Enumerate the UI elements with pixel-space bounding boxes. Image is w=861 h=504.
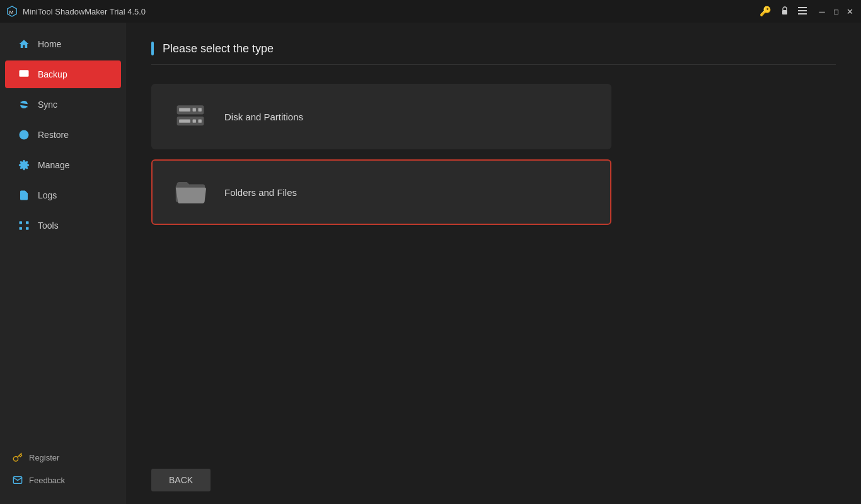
sync-icon <box>18 98 30 111</box>
svg-rect-22 <box>199 119 202 122</box>
sidebar-item-tools[interactable]: Tools <box>5 212 121 239</box>
svg-rect-4 <box>798 10 807 11</box>
sidebar-bottom: Register Feedback <box>0 446 126 504</box>
back-button[interactable]: BACK <box>151 469 211 491</box>
feedback-label: Feedback <box>29 476 65 485</box>
menu-icon[interactable] <box>795 4 809 19</box>
svg-rect-21 <box>193 119 196 122</box>
section-accent-bar <box>151 42 154 55</box>
sidebar-item-manage[interactable]: Manage <box>5 151 121 179</box>
titlebar-controls: 🔑 ─ ◻ ✕ <box>757 3 855 20</box>
card-disk-partitions[interactable]: Disk and Partitions <box>151 84 611 149</box>
sidebar-item-register[interactable]: Register <box>0 446 126 469</box>
feedback-envelope-icon <box>13 475 23 485</box>
svg-rect-6 <box>20 70 29 77</box>
close-button[interactable]: ✕ <box>845 6 855 16</box>
svg-rect-18 <box>199 108 202 112</box>
svg-rect-2 <box>782 10 787 14</box>
svg-rect-16 <box>179 108 190 112</box>
disk-partitions-icon <box>171 98 209 135</box>
sidebar-label-home: Home <box>38 39 61 49</box>
sidebar-item-feedback[interactable]: Feedback <box>0 469 126 491</box>
restore-icon <box>18 129 30 141</box>
svg-rect-14 <box>26 227 29 230</box>
minimize-button[interactable]: ─ <box>817 6 827 16</box>
logs-icon <box>18 189 30 202</box>
svg-rect-17 <box>193 108 196 112</box>
svg-rect-11 <box>20 221 23 224</box>
section-title-area: Please select the type <box>151 42 836 65</box>
titlebar: M MiniTool ShadowMaker Trial 4.5.0 🔑 ─ ◻… <box>0 0 861 23</box>
svg-rect-5 <box>798 13 807 14</box>
main-content: Please select the type Disk and Partitio… <box>126 23 861 504</box>
svg-rect-12 <box>20 227 23 230</box>
card-folders-files[interactable]: Folders and Files <box>151 159 611 225</box>
app-body: Home Backup Sync Restore <box>0 23 861 504</box>
svg-text:M: M <box>9 9 14 15</box>
sidebar-label-sync: Sync <box>38 100 57 110</box>
home-icon <box>18 38 30 50</box>
folders-files-icon <box>171 173 209 211</box>
sidebar-item-home[interactable]: Home <box>5 30 121 58</box>
sidebar-label-manage: Manage <box>38 160 70 170</box>
app-logo: M <box>6 6 18 17</box>
svg-rect-20 <box>179 119 190 122</box>
sidebar-label-logs: Logs <box>38 190 57 200</box>
key-icon[interactable]: 🔑 <box>757 3 774 20</box>
app-title: MiniTool ShadowMaker Trial 4.5.0 <box>23 7 757 16</box>
sidebar-item-logs[interactable]: Logs <box>5 181 121 209</box>
card-folders-files-label: Folders and Files <box>224 187 297 198</box>
register-key-icon <box>13 452 23 462</box>
backup-icon <box>18 68 30 81</box>
card-disk-partitions-label: Disk and Partitions <box>224 112 303 122</box>
restore-button[interactable]: ◻ <box>831 6 841 16</box>
sidebar-item-sync[interactable]: Sync <box>5 91 121 118</box>
register-label: Register <box>29 453 59 462</box>
sidebar-item-backup[interactable]: Backup <box>5 60 121 88</box>
tools-icon <box>18 219 30 232</box>
sidebar-item-restore[interactable]: Restore <box>5 121 121 149</box>
section-title: Please select the type <box>163 42 274 55</box>
sidebar-label-restore: Restore <box>38 130 69 140</box>
svg-rect-3 <box>798 7 807 8</box>
sidebar: Home Backup Sync Restore <box>0 23 126 504</box>
manage-icon <box>18 159 30 171</box>
sidebar-label-tools: Tools <box>38 220 59 231</box>
lock-icon[interactable] <box>778 4 792 20</box>
svg-rect-13 <box>26 221 29 224</box>
sidebar-label-backup: Backup <box>38 69 67 79</box>
